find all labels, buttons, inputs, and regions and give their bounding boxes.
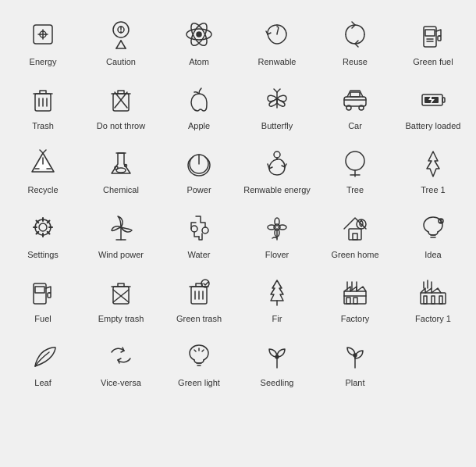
svg-rect-92: [432, 296, 435, 304]
svg-rect-36: [442, 98, 445, 102]
icon-cell-recycle: Recycle: [4, 136, 82, 200]
butterfly-label: Butterfly: [261, 121, 293, 131]
icon-cell-factory1: Factory 1: [394, 265, 472, 329]
icon-cell-do-not-throw: Do not throw: [82, 72, 160, 136]
wind-power-icon: [102, 209, 140, 246]
seedling-icon: [258, 337, 296, 374]
svg-rect-93: [439, 296, 442, 304]
factory-label: Factory: [341, 314, 370, 324]
icon-cell-green-fuel: Green fuel: [394, 8, 472, 72]
svg-rect-64: [353, 234, 357, 240]
renewable-label: Renwable: [258, 57, 297, 67]
icon-cell-green-trash: Green trash: [160, 265, 238, 329]
tree-label: Tree: [346, 185, 364, 195]
icon-cell-atom: Atom: [160, 8, 238, 72]
renewable-energy-label: Renwable energy: [243, 185, 311, 195]
renewable-energy-icon: [258, 144, 296, 181]
icon-cell-empty: [394, 329, 472, 393]
icon-grid: Energy Caution Atom: [0, 0, 476, 401]
icon-cell-car: Car: [316, 72, 394, 136]
icon-cell-renewable-energy: Renwable energy: [238, 136, 316, 200]
icon-cell-settings: Settings: [4, 201, 82, 265]
svg-rect-25: [113, 94, 129, 111]
trash-label: Trash: [32, 121, 54, 131]
svg-rect-90: [421, 293, 446, 304]
car-icon: [336, 80, 374, 117]
icon-cell-seedling: Seedling: [238, 329, 316, 393]
leaf-icon: [24, 337, 62, 374]
icon-cell-apple: Apple: [160, 72, 238, 136]
battery-loaded-label: Battery loaded: [406, 121, 461, 131]
water-label: Water: [188, 250, 211, 260]
icon-cell-empty-trash: Empty trash: [82, 265, 160, 329]
green-light-label: Green light: [178, 378, 220, 388]
flover-label: Flover: [265, 250, 290, 260]
tree1-icon: [414, 144, 452, 181]
icon-cell-fuel: Fuel: [4, 265, 82, 329]
settings-label: Settings: [27, 250, 59, 260]
svg-rect-71: [48, 293, 51, 298]
green-light-icon: [180, 337, 218, 374]
caution-label: Caution: [106, 57, 136, 67]
green-home-label: Green home: [331, 250, 378, 260]
atom-icon: [180, 16, 218, 53]
svg-rect-63: [349, 229, 361, 240]
icon-cell-wind-power: Wind power: [82, 201, 160, 265]
chemical-label: Chemical: [103, 185, 139, 195]
icon-cell-factory: Factory: [316, 265, 394, 329]
apple-icon: [180, 80, 218, 117]
fuel-icon: [24, 273, 62, 310]
svg-rect-72: [113, 287, 129, 304]
svg-point-11: [197, 32, 201, 37]
trash-icon: [24, 80, 62, 117]
seedling-label: Seedling: [261, 378, 294, 388]
svg-point-48: [346, 152, 364, 170]
energy-label: Energy: [30, 57, 57, 67]
svg-rect-33: [350, 92, 360, 97]
svg-point-51: [39, 223, 47, 231]
icon-cell-battery-loaded: Battery loaded: [394, 72, 472, 136]
svg-rect-85: [346, 298, 350, 304]
icon-cell-fir: Fir: [238, 265, 316, 329]
svg-point-105: [353, 354, 357, 357]
icon-cell-green-light: Green light: [160, 329, 238, 393]
reuse-icon: [336, 16, 374, 53]
empty-trash-label: Empty trash: [98, 314, 144, 324]
svg-point-55: [202, 227, 208, 234]
icon-cell-trash: Trash: [4, 72, 82, 136]
svg-point-57: [274, 224, 280, 230]
water-icon: [180, 209, 218, 246]
svg-line-6: [116, 41, 121, 48]
green-fuel-label: Green fuel: [413, 57, 453, 67]
icon-cell-power: Power: [160, 136, 238, 200]
svg-line-100: [194, 350, 196, 351]
tree1-label: Tree 1: [421, 185, 445, 195]
factory1-label: Factory 1: [415, 314, 451, 324]
empty-trash-icon: [102, 273, 140, 310]
icon-cell-vice-versa: Vice-versa: [82, 329, 160, 393]
svg-rect-86: [353, 298, 357, 304]
icon-cell-leaf: Leaf: [4, 329, 82, 393]
idea-icon: [414, 209, 452, 246]
icon-cell-green-home: Green home: [316, 201, 394, 265]
icon-cell-tree1: Tree 1: [394, 136, 472, 200]
svg-rect-30: [344, 97, 366, 106]
do-not-throw-icon: [102, 80, 140, 117]
green-home-icon: [336, 209, 374, 246]
fir-icon: [258, 273, 296, 310]
icon-cell-idea: Idea: [394, 201, 472, 265]
fuel-label: Fuel: [34, 314, 51, 324]
empty-icon: [414, 347, 452, 384]
icon-cell-plant: Plant: [316, 329, 394, 393]
svg-line-7: [121, 41, 126, 48]
green-trash-icon: [180, 273, 218, 310]
svg-rect-16: [425, 30, 435, 36]
icon-cell-tree: Tree: [316, 136, 394, 200]
plant-label: Plant: [345, 378, 364, 388]
icon-cell-water: Water: [160, 201, 238, 265]
do-not-throw-label: Do not throw: [97, 121, 145, 131]
svg-point-103: [275, 355, 279, 358]
leaf-label: Leaf: [34, 378, 51, 388]
renewable-icon: [258, 16, 296, 53]
svg-rect-91: [424, 296, 427, 304]
